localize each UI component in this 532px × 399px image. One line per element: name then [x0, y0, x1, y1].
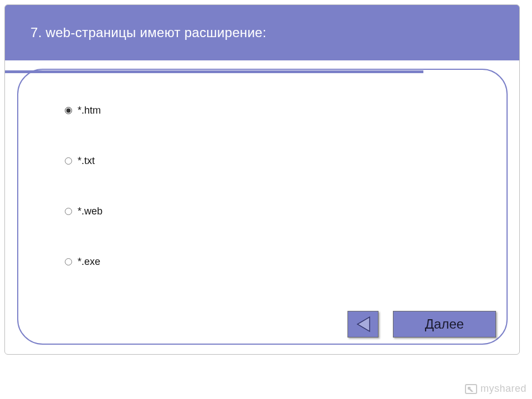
watermark: myshared	[465, 383, 526, 395]
option-label: *.web	[78, 206, 103, 217]
watermark-text: myshared	[480, 383, 526, 395]
option-htm[interactable]: *.htm	[65, 105, 103, 116]
question-title: 7. web-страницы имеют расширение:	[30, 25, 267, 40]
option-label: *.htm	[78, 105, 101, 116]
option-exe[interactable]: *.exe	[65, 256, 103, 268]
watermark-icon	[465, 384, 477, 394]
next-button-label: Далее	[425, 316, 464, 332]
option-txt[interactable]: *.txt	[65, 155, 103, 167]
nav-area: Далее	[347, 311, 496, 337]
option-label: *.exe	[78, 256, 100, 268]
header-band: 7. web-страницы имеют расширение:	[5, 5, 519, 60]
radio-htm[interactable]	[65, 107, 72, 114]
option-label: *.txt	[78, 155, 95, 167]
triangle-left-icon	[355, 316, 371, 332]
options-group: *.htm *.txt *.web *.exe	[65, 105, 103, 306]
accent-line	[5, 70, 423, 73]
radio-txt[interactable]	[65, 157, 72, 165]
option-web[interactable]: *.web	[65, 206, 103, 217]
radio-web[interactable]	[65, 208, 72, 215]
next-button[interactable]: Далее	[393, 311, 496, 337]
radio-exe[interactable]	[65, 258, 72, 265]
back-button[interactable]	[347, 311, 378, 337]
slide-container: 7. web-страницы имеют расширение: *.htm …	[4, 4, 520, 355]
svg-marker-0	[357, 317, 370, 331]
